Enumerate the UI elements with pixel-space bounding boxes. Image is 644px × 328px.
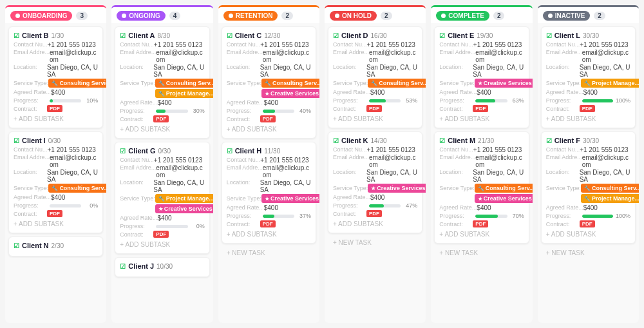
add-subtask-button[interactable]: + ADD SUBTASK bbox=[120, 239, 204, 249]
contract-row: Contract:PDF bbox=[120, 115, 204, 122]
column-header-complete: COMPLETE2 bbox=[431, 7, 532, 23]
pdf-badge[interactable]: PDF bbox=[153, 115, 169, 122]
service-field: Service Type:★Creative Services bbox=[439, 79, 524, 88]
progress-row: Progress:100% bbox=[546, 213, 630, 219]
card-complete-0[interactable]: ☑Client E19/30Contact Nu...+1 201 555 01… bbox=[434, 26, 529, 128]
new-task-button-complete[interactable]: + NEW TASK bbox=[434, 247, 529, 259]
cards-area-inactive: ☑Client L30/30Contact Nu...+1 201 555 01… bbox=[538, 23, 639, 323]
add-subtask-button[interactable]: + ADD SUBTASK bbox=[333, 113, 417, 123]
card-title-ongoing-1: ☑Client G0/30 bbox=[120, 147, 204, 155]
service-field: Service Type:★Creative Services bbox=[227, 194, 311, 203]
column-count-inactive: 2 bbox=[594, 12, 605, 20]
card-inactive-0[interactable]: ☑Client L30/30Contact Nu...+1 201 555 01… bbox=[541, 26, 636, 128]
service-field: Service Type:🔧Consulting Services bbox=[14, 79, 98, 88]
card-onhold-0[interactable]: ☑Client D16/30Contact Nu...+1 201 555 01… bbox=[328, 26, 422, 128]
card-onhold-1[interactable]: ☑Client K14/30Contact Nu...+1 201 555 01… bbox=[328, 131, 422, 233]
card-title-onboarding-0: ☑Client B1/30 bbox=[14, 32, 98, 39]
card-field: Contact Nu...+1 201 555 0123 bbox=[333, 41, 417, 48]
contract-row: Contract:PDF bbox=[333, 210, 417, 217]
add-subtask-button[interactable]: + ADD SUBTASK bbox=[546, 113, 630, 123]
card-field: Contact Nu...+1 201 555 0123 bbox=[439, 41, 524, 48]
add-subtask-button[interactable]: + ADD SUBTASK bbox=[439, 229, 524, 238]
pdf-badge[interactable]: PDF bbox=[580, 105, 595, 112]
card-field: Agreed Rate...$400 bbox=[120, 215, 204, 222]
pdf-badge[interactable]: PDF bbox=[260, 115, 276, 122]
pdf-badge[interactable]: PDF bbox=[366, 105, 382, 112]
column-count-complete: 2 bbox=[493, 12, 505, 20]
pdf-badge[interactable]: PDF bbox=[260, 220, 276, 227]
cards-area-complete: ☑Client E19/30Contact Nu...+1 201 555 01… bbox=[431, 23, 532, 323]
column-complete: COMPLETE2☑Client E19/30Contact Nu...+1 2… bbox=[431, 5, 532, 323]
card-title-inactive-1: ☑Client F30/30 bbox=[546, 137, 630, 144]
add-subtask-button[interactable]: + ADD SUBTASK bbox=[14, 113, 98, 123]
progress-row: Progress:0% bbox=[14, 202, 98, 209]
add-subtask-button[interactable]: + ADD SUBTASK bbox=[227, 124, 311, 133]
pdf-badge[interactable]: PDF bbox=[47, 210, 62, 217]
pdf-badge[interactable]: PDF bbox=[473, 220, 488, 227]
pdf-badge[interactable]: PDF bbox=[47, 105, 62, 112]
pdf-badge[interactable]: PDF bbox=[366, 210, 382, 217]
card-retention-1[interactable]: ☑Client H11/30Contact Nu...+1 201 555 01… bbox=[222, 142, 316, 244]
pdf-badge[interactable]: PDF bbox=[473, 105, 488, 112]
service-tag: 🔧Consulting Serv... bbox=[261, 79, 319, 88]
card-complete-1[interactable]: ☑Client M21/30Contact Nu...+1 201 555 01… bbox=[434, 131, 529, 244]
card-field: Contact Nu...+1 201 555 0123 bbox=[120, 157, 204, 164]
service-field: Service Type:🔧Project Manage...★Creative… bbox=[120, 194, 204, 213]
card-onboarding-1[interactable]: ☑Client I0/30Contact Nu...+1 201 555 012… bbox=[8, 131, 103, 233]
add-subtask-button[interactable]: + ADD SUBTASK bbox=[546, 229, 630, 238]
card-inactive-1[interactable]: ☑Client F30/30Contact Nu...+1 201 555 01… bbox=[541, 131, 636, 244]
add-subtask-button[interactable]: + ADD SUBTASK bbox=[120, 124, 204, 133]
card-ongoing-2[interactable]: ☑Client J10/30 bbox=[115, 257, 209, 277]
service-field: Service Type:★Creative Services bbox=[333, 184, 417, 193]
card-title-ongoing-2: ☑Client J10/30 bbox=[120, 262, 204, 270]
cards-area-onhold: ☑Client D16/30Contact Nu...+1 201 555 01… bbox=[325, 23, 426, 323]
card-ongoing-1[interactable]: ☑Client G0/30Contact Nu...+1 201 555 012… bbox=[115, 142, 209, 254]
pdf-badge[interactable]: PDF bbox=[580, 220, 595, 227]
add-subtask-button[interactable]: + ADD SUBTASK bbox=[14, 218, 98, 228]
add-subtask-button[interactable]: + ADD SUBTASK bbox=[333, 218, 417, 228]
card-title-complete-0: ☑Client E19/30 bbox=[439, 32, 524, 39]
contract-row: Contract:PDF bbox=[120, 231, 204, 238]
cards-area-retention: ☑Client C12/30Contact Nu...+1 201 555 01… bbox=[218, 23, 319, 323]
card-ongoing-0[interactable]: ☑Client A8/30Contact Nu...+1 201 555 012… bbox=[115, 26, 209, 139]
column-count-onhold: 2 bbox=[381, 12, 392, 20]
column-label-retention: RETENTION bbox=[223, 11, 278, 21]
card-title-onboarding-1: ☑Client I0/30 bbox=[14, 137, 98, 144]
card-onboarding-2[interactable]: ☑Client N2/30 bbox=[8, 236, 103, 256]
service-tag: 🔧Project Manage... bbox=[581, 79, 639, 88]
service-tag: 🔧Consulting Serv... bbox=[48, 184, 106, 193]
card-title-retention-0: ☑Client C12/30 bbox=[227, 32, 311, 39]
card-title-onhold-0: ☑Client D16/30 bbox=[333, 32, 417, 39]
column-ongoing: ONGOING4☑Client A8/30Contact Nu...+1 201… bbox=[111, 5, 213, 323]
contract-row: Contract:PDF bbox=[439, 220, 524, 227]
card-field: Location:San Diego, CA, USA bbox=[227, 64, 311, 78]
card-retention-0[interactable]: ☑Client C12/30Contact Nu...+1 201 555 01… bbox=[222, 26, 316, 139]
card-field: Location:San Diego, CA, USA bbox=[546, 64, 630, 78]
pdf-badge[interactable]: PDF bbox=[153, 231, 169, 238]
progress-row: Progress:0% bbox=[120, 223, 204, 229]
card-field: Location:San Diego, CA, USA bbox=[439, 169, 524, 183]
column-count-retention: 2 bbox=[281, 12, 293, 20]
new-task-button-retention[interactable]: + NEW TASK bbox=[222, 247, 316, 259]
card-title-ongoing-0: ☑Client A8/30 bbox=[120, 32, 204, 39]
service-tag: 🔧Consulting Serv... bbox=[155, 79, 213, 88]
card-field: Agreed Rate...$400 bbox=[546, 89, 630, 96]
card-field: Location:San Diego, CA, USA bbox=[14, 64, 98, 78]
column-retention: RETENTION2☑Client C12/30Contact Nu...+1 … bbox=[218, 5, 319, 323]
new-task-button-onhold[interactable]: + NEW TASK bbox=[328, 236, 422, 249]
card-field: Email Addre...email@clickup.com bbox=[14, 49, 98, 63]
service-tag: ★Creative Services bbox=[475, 194, 533, 203]
service-tag: 🔧Project Manage... bbox=[155, 89, 213, 98]
add-subtask-button[interactable]: + ADD SUBTASK bbox=[439, 113, 524, 123]
card-field: Location:San Diego, CA, USA bbox=[439, 64, 524, 78]
card-onboarding-0[interactable]: ☑Client B1/30Contact Nu...+1 201 555 012… bbox=[8, 26, 103, 128]
card-field: Email Addre...email@clickup.com bbox=[439, 49, 524, 63]
card-title-onhold-1: ☑Client K14/30 bbox=[333, 137, 417, 144]
new-task-button-inactive[interactable]: + NEW TASK bbox=[541, 247, 636, 259]
card-field: Contact Nu...+1 201 555 0123 bbox=[14, 41, 98, 48]
contract-row: Contract:PDF bbox=[14, 105, 98, 112]
column-count-ongoing: 4 bbox=[169, 12, 181, 20]
service-field: Service Type:🔧Project Manage... bbox=[546, 79, 630, 88]
card-field: Email Addre...email@clickup.com bbox=[14, 154, 98, 168]
add-subtask-button[interactable]: + ADD SUBTASK bbox=[227, 229, 311, 238]
